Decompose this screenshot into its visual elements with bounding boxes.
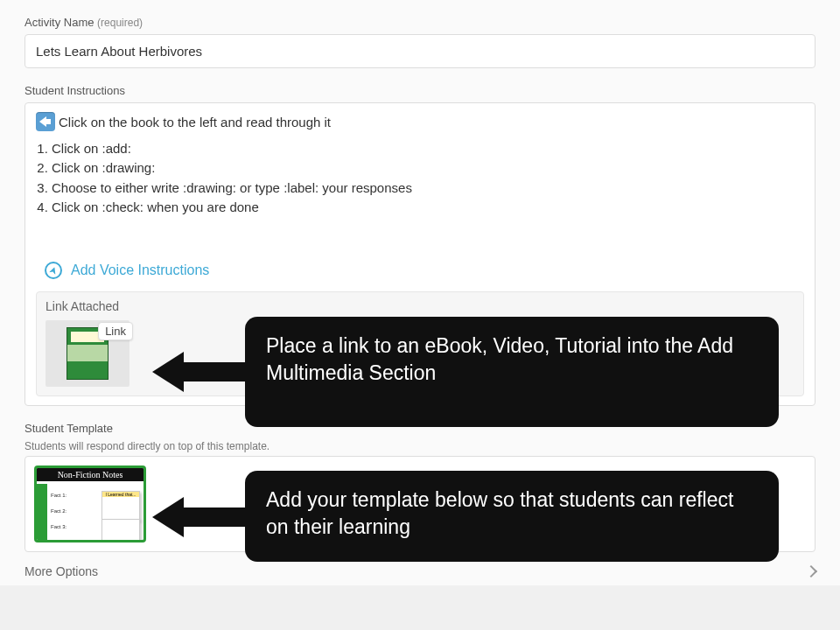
link-attached-header: Link Attached bbox=[46, 299, 794, 313]
activity-name-input[interactable] bbox=[24, 34, 816, 68]
annotation-callout-multimedia: Place a link to an eBook, Video, Tutoria… bbox=[245, 317, 779, 427]
attachment-thumbnail[interactable]: Link bbox=[46, 320, 130, 387]
annotation-callout-template: Add your template below so that students… bbox=[245, 471, 779, 562]
annotation-text: Add your template below so that students… bbox=[266, 488, 733, 538]
template-fact: Fact 3: bbox=[51, 524, 66, 529]
template-sub: Students will respond directly on top of… bbox=[24, 440, 816, 452]
annotation-text: Place a link to an eBook, Video, Tutoria… bbox=[266, 334, 733, 384]
template-sticky bbox=[102, 519, 140, 542]
template-fact: Fact 1: bbox=[51, 493, 66, 498]
instructions-steps: Click on :add: Click on :drawing: Choose… bbox=[52, 140, 804, 216]
instructions-lead-text: Click on the book to the left and read t… bbox=[59, 115, 331, 130]
add-voice-instructions-button[interactable]: Add Voice Instructions bbox=[45, 262, 804, 279]
compass-icon bbox=[45, 262, 62, 279]
template-sticky-header: I Learned that... bbox=[102, 492, 139, 497]
link-badge: Link bbox=[98, 322, 133, 340]
chevron-right-icon bbox=[805, 565, 817, 578]
more-options-label: More Options bbox=[24, 564, 98, 578]
instructions-lead: Click on the book to the left and read t… bbox=[36, 112, 804, 131]
instructions-label: Student Instructions bbox=[24, 84, 816, 97]
required-hint: (required) bbox=[97, 17, 143, 29]
instruction-step: Click on :drawing: bbox=[52, 159, 804, 177]
template-sticky: I Learned that... bbox=[102, 491, 140, 521]
instruction-step: Choose to either write :drawing: or type… bbox=[52, 179, 804, 197]
voice-label-text: Add Voice Instructions bbox=[71, 262, 209, 278]
template-fact: Fact 2: bbox=[51, 508, 66, 514]
more-options-toggle[interactable]: More Options bbox=[24, 564, 816, 578]
template-accent bbox=[37, 484, 47, 540]
back-arrow-icon bbox=[36, 112, 55, 131]
template-thumb-title: Non-Fiction Notes bbox=[37, 468, 144, 481]
instruction-step: Click on :check: when you are done bbox=[52, 199, 804, 216]
activity-name-label-text: Activity Name bbox=[24, 16, 94, 29]
template-thumbnail[interactable]: Non-Fiction Notes Fact 1: Fact 2: Fact 3… bbox=[34, 466, 146, 542]
instruction-step: Click on :add: bbox=[52, 140, 804, 158]
activity-name-label: Activity Name (required) bbox=[24, 16, 816, 29]
